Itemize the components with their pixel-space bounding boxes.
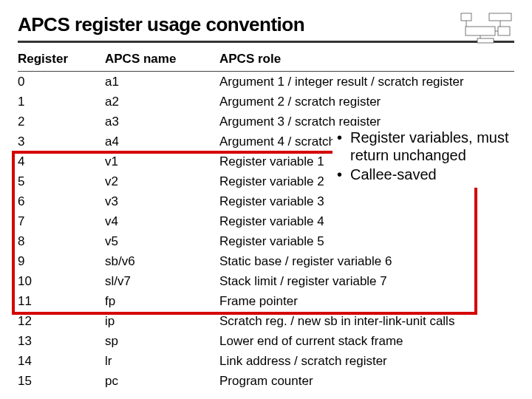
cell-register: 0: [18, 72, 105, 92]
cell-apcs-role: Program counter: [219, 371, 514, 391]
cell-apcs-role: Register variable 4: [219, 211, 514, 231]
header-register: Register: [18, 49, 105, 72]
svg-rect-2: [466, 27, 495, 35]
table-row: 13spLower end of current stack frame: [18, 331, 514, 351]
cell-apcs-name: v5: [105, 231, 219, 251]
table-row: 8v5Register variable 5: [18, 231, 514, 251]
register-table: Register APCS name APCS role 0a1Argument…: [18, 49, 514, 391]
header-apcs-role: APCS role: [219, 49, 514, 72]
callout-box: Register variables, must return unchange…: [332, 126, 525, 188]
cell-register: 11: [18, 291, 105, 311]
cell-apcs-name: lr: [105, 351, 219, 371]
cell-register: 6: [18, 191, 105, 211]
cell-apcs-name: v1: [105, 151, 219, 171]
cell-apcs-role: Stack limit / register variable 7: [219, 271, 514, 291]
cell-register: 5: [18, 171, 105, 191]
cell-apcs-role: Frame pointer: [219, 291, 514, 311]
cell-apcs-name: a2: [105, 92, 219, 112]
cell-apcs-role: Lower end of current stack frame: [219, 331, 514, 351]
cell-register: 15: [18, 371, 105, 391]
table-row: 10sl/v7Stack limit / register variable 7: [18, 271, 514, 291]
svg-rect-0: [461, 13, 471, 21]
cell-apcs-name: sb/v6: [105, 251, 219, 271]
table-row: 6v3Register variable 3: [18, 191, 514, 211]
cell-register: 1: [18, 92, 105, 112]
cell-apcs-role: Argument 1 / integer result / scratch re…: [219, 72, 514, 92]
header-apcs-name: APCS name: [105, 49, 219, 72]
svg-rect-4: [477, 38, 494, 43]
cell-register: 9: [18, 251, 105, 271]
cell-register: 8: [18, 231, 105, 251]
cell-apcs-name: fp: [105, 291, 219, 311]
callout-item: Register variables, must return unchange…: [337, 129, 520, 164]
cell-register: 4: [18, 151, 105, 171]
cell-apcs-name: v3: [105, 191, 219, 211]
cell-apcs-name: pc: [105, 371, 219, 391]
cell-apcs-name: a1: [105, 72, 219, 92]
table-row: 9sb/v6Static base / register variable 6: [18, 251, 514, 271]
block-diagram-icon: [460, 12, 513, 44]
cell-register: 13: [18, 331, 105, 351]
cell-register: 3: [18, 132, 105, 151]
table-row: 12ipScratch reg. / new sb in inter-link-…: [18, 311, 514, 331]
page-title: APCS register usage convention: [18, 13, 514, 43]
cell-apcs-name: v4: [105, 211, 219, 231]
cell-apcs-name: sp: [105, 331, 219, 351]
cell-apcs-role: Static base / register variable 6: [219, 251, 514, 271]
cell-apcs-name: a3: [105, 112, 219, 132]
table-row: 1a2Argument 2 / scratch register: [18, 92, 514, 112]
table-row: 15pcProgram counter: [18, 371, 514, 391]
cell-apcs-role: Register variable 3: [219, 191, 514, 211]
table-row: 0a1Argument 1 / integer result / scratch…: [18, 72, 514, 92]
cell-apcs-name: ip: [105, 311, 219, 331]
cell-apcs-role: Register variable 5: [219, 231, 514, 251]
cell-apcs-role: Scratch reg. / new sb in inter-link-unit…: [219, 311, 514, 331]
cell-register: 10: [18, 271, 105, 291]
cell-apcs-role: Link address / scratch register: [219, 351, 514, 371]
svg-rect-3: [498, 27, 510, 35]
table-header-row: Register APCS name APCS role: [18, 49, 514, 72]
cell-apcs-name: sl/v7: [105, 271, 219, 291]
cell-apcs-role: Argument 2 / scratch register: [219, 92, 514, 112]
cell-register: 7: [18, 211, 105, 231]
cell-register: 2: [18, 112, 105, 132]
cell-register: 12: [18, 311, 105, 331]
cell-apcs-name: v2: [105, 171, 219, 191]
svg-rect-1: [489, 13, 511, 21]
table-row: 7v4Register variable 4: [18, 211, 514, 231]
cell-apcs-name: a4: [105, 132, 219, 151]
callout-item: Callee-saved: [337, 166, 520, 183]
cell-register: 14: [18, 351, 105, 371]
table-row: 14lrLink address / scratch register: [18, 351, 514, 371]
table-row: 11fpFrame pointer: [18, 291, 514, 311]
